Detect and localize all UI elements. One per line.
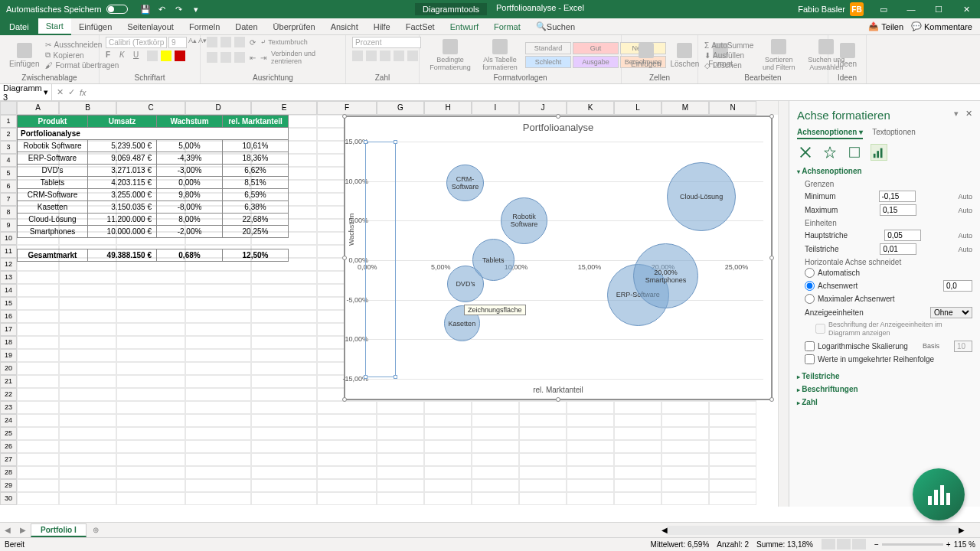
font-size-input[interactable] — [168, 37, 187, 48]
tab-start[interactable]: Start — [38, 18, 71, 35]
save-icon[interactable]: 💾 — [140, 4, 151, 15]
chart-handle[interactable] — [342, 114, 347, 119]
col-header[interactable]: D — [185, 101, 251, 115]
formula-input[interactable] — [91, 84, 980, 100]
paste-button[interactable]: Einfügen — [6, 41, 42, 70]
dec-dec-icon[interactable] — [407, 51, 418, 61]
reverse-checkbox[interactable] — [805, 354, 815, 364]
crosses-auto-radio[interactable] — [805, 268, 815, 278]
col-header[interactable]: B — [59, 101, 116, 115]
minimize-icon[interactable]: — — [897, 0, 925, 18]
close-icon[interactable]: ✕ — [952, 0, 980, 18]
row-header[interactable]: 3 — [0, 141, 17, 154]
hscroll-left-icon[interactable]: ◀ — [662, 526, 668, 535]
horizontal-scrollbar[interactable] — [668, 526, 959, 535]
tab-view[interactable]: Ansicht — [323, 18, 366, 35]
section-number[interactable]: Zahl — [797, 398, 972, 406]
row-header[interactable]: 16 — [0, 310, 17, 323]
chart-bubble[interactable]: CRM-Software — [446, 165, 483, 201]
row-header[interactable]: 23 — [0, 401, 17, 414]
col-header[interactable]: M — [662, 101, 709, 115]
row-header[interactable]: 14 — [0, 284, 17, 297]
style-schlecht[interactable]: Schlecht — [525, 56, 571, 68]
row-header[interactable]: 22 — [0, 388, 17, 401]
tab-layout[interactable]: Seitenlayout — [119, 18, 181, 35]
row-header[interactable]: 21 — [0, 375, 17, 388]
view-page-icon[interactable] — [837, 539, 851, 549]
major-input[interactable] — [884, 230, 921, 241]
ribbon-options-icon[interactable]: ▭ — [870, 0, 897, 18]
row-header[interactable]: 15 — [0, 297, 17, 310]
autosave-toggle[interactable] — [106, 5, 128, 14]
view-break-icon[interactable] — [852, 539, 866, 549]
as-table-button[interactable]: Als Tabelle formatieren — [478, 37, 522, 73]
panel-tab-axis-options[interactable]: Achsenoptionen ▾ — [797, 128, 863, 139]
minor-input[interactable] — [880, 243, 916, 255]
tab-file[interactable]: Datei — [0, 18, 38, 35]
zoom-slider[interactable] — [882, 543, 943, 546]
clear-button[interactable]: ◇ Löschen — [704, 61, 753, 70]
y-axis-selection[interactable] — [365, 142, 396, 377]
sheet-tab[interactable]: Portfolio I — [31, 523, 87, 537]
plot-area[interactable]: 15,00%10,00%5,00%0,00%-5,00%10,00%-15,00… — [368, 142, 763, 377]
chart-title[interactable]: Portfolioanalyse — [345, 117, 771, 138]
axis-options-icon[interactable] — [871, 144, 887, 161]
row-header[interactable]: 11 — [0, 245, 17, 258]
zoom-value[interactable]: 115 % — [954, 540, 975, 549]
ideas-button[interactable]: Ideen — [835, 41, 860, 70]
fill-line-icon[interactable] — [797, 144, 814, 161]
comma-icon[interactable] — [380, 51, 390, 61]
tab-format[interactable]: Format — [486, 18, 528, 35]
hscroll-right-icon[interactable]: ▶ — [959, 526, 965, 535]
inc-font-icon[interactable]: A▴ — [188, 37, 197, 48]
row-header[interactable]: 28 — [0, 466, 17, 479]
vertical-scrollbar[interactable] — [778, 101, 789, 507]
effects-icon[interactable] — [822, 144, 838, 161]
view-normal-icon[interactable] — [822, 539, 835, 549]
row-header[interactable]: 18 — [0, 336, 17, 349]
row-header[interactable]: 12 — [0, 258, 17, 271]
row-header[interactable]: 26 — [0, 440, 17, 453]
style-ausgabe[interactable]: Ausgabe — [573, 56, 619, 68]
worksheet-grid[interactable]: ABCDEFGHIJKLMN 1234567891011121314151617… — [0, 101, 789, 507]
currency-icon[interactable] — [352, 51, 363, 61]
style-gut[interactable]: Gut — [573, 42, 619, 54]
panel-tab-text-options[interactable]: Textoptionen — [872, 128, 916, 139]
indent-dec-icon[interactable]: ⇤ — [250, 54, 256, 62]
align-center-icon[interactable] — [220, 52, 231, 63]
section-ticks[interactable]: Teilstriche — [797, 372, 972, 380]
col-header[interactable]: I — [472, 101, 519, 115]
chart-bubble[interactable]: Robotik Software — [501, 197, 547, 244]
italic-icon[interactable]: K — [119, 51, 130, 61]
comments-button[interactable]: 💬 Kommentare — [911, 21, 972, 31]
cond-format-button[interactable]: Bedingte Formatierung — [426, 37, 475, 73]
share-button[interactable]: 📤 Teilen — [868, 21, 903, 31]
tab-design[interactable]: Entwurf — [443, 18, 486, 35]
minor-auto[interactable]: Auto — [958, 246, 972, 253]
display-units-select[interactable]: Ohne — [930, 307, 972, 318]
align-top-icon[interactable] — [207, 37, 217, 47]
panel-close-icon[interactable]: ✕ — [965, 109, 972, 118]
row-header[interactable]: 8 — [0, 206, 17, 219]
redo-icon[interactable]: ↷ — [174, 4, 185, 15]
zoom-in-icon[interactable]: + — [946, 540, 951, 549]
row-header[interactable]: 27 — [0, 453, 17, 466]
section-labels[interactable]: Beschriftungen — [797, 385, 972, 393]
autosum-button[interactable]: Σ AutoSumme — [704, 41, 753, 50]
chart-bubble[interactable]: Tablets — [472, 239, 514, 281]
select-all-corner[interactable] — [0, 101, 17, 115]
percent-icon[interactable] — [366, 51, 377, 61]
row-header[interactable]: 6 — [0, 180, 17, 193]
col-header[interactable]: K — [567, 101, 614, 115]
col-header[interactable]: E — [251, 101, 317, 115]
crosses-max-radio[interactable] — [805, 294, 815, 304]
tab-data[interactable]: Daten — [227, 18, 265, 35]
col-header[interactable]: J — [519, 101, 567, 115]
insert-cells-button[interactable]: Einfügen — [628, 41, 664, 70]
indent-inc-icon[interactable]: ⇥ — [260, 54, 266, 62]
col-header[interactable]: H — [424, 101, 472, 115]
row-header[interactable]: 17 — [0, 323, 17, 336]
row-header[interactable]: 29 — [0, 479, 17, 492]
log-scale-checkbox[interactable] — [805, 341, 815, 351]
fx-confirm-icon[interactable]: ✓ — [68, 87, 75, 97]
